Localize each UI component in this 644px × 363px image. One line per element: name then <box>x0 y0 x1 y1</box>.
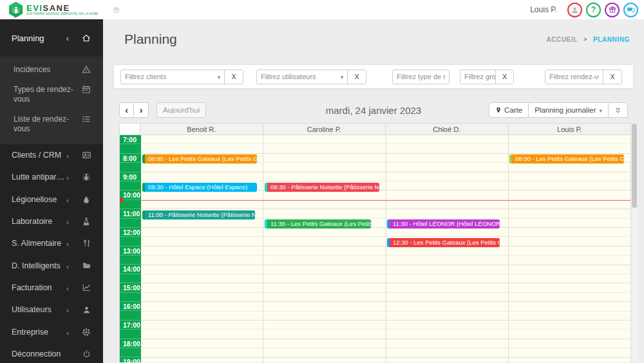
caret-down-icon <box>599 106 602 114</box>
map-button[interactable]: Carte <box>489 102 529 118</box>
time-label: 16:00 <box>120 302 141 311</box>
time-label: 15:00 <box>120 283 141 292</box>
filter-appointments-input[interactable] <box>545 73 603 80</box>
caret-down-icon <box>215 73 221 80</box>
chevron-left-icon <box>66 260 69 272</box>
sidebar-item-utilisateurs[interactable]: Utilisateurs <box>0 299 103 321</box>
calendar-icon <box>79 85 93 104</box>
calendar-event[interactable]: 11:00 - Pâtisserie Noisette (Pâtisserie … <box>142 210 255 219</box>
help-button[interactable]: ? <box>586 3 601 17</box>
time-gutter: 7:008:009:0010:0011:0012:0013:0014:0015:… <box>120 135 141 362</box>
sidebar-item-entreprise[interactable]: Entreprise <box>0 321 103 342</box>
filter-users-select[interactable]: Filtrez utilisateurs <box>257 70 347 84</box>
prev-day-button[interactable] <box>119 102 134 118</box>
filter-group-placeholder: Filtrez groupe <box>464 73 495 80</box>
time-label: 9:00 <box>120 172 141 182</box>
sidebar-item-s-alimentaire[interactable]: S. Alimentaire <box>0 232 103 254</box>
time-half-cell <box>120 182 141 191</box>
sidebar-item-label: Types de rendez-vous <box>14 85 79 104</box>
calendar-event[interactable]: 12:30 - Les Petits Gateaux (Les Petits G… <box>387 238 500 247</box>
time-half-cell <box>120 348 141 357</box>
filter-appointments-clear-button[interactable]: X <box>603 70 621 84</box>
filter-group-clear-button[interactable]: X <box>495 70 513 84</box>
sidebar-item-clients-crm[interactable]: Clients / CRM <box>0 144 103 166</box>
chevron-left-icon <box>66 216 69 227</box>
sidebar-submenu: Incidences Types de rendez-vous Liste de… <box>0 57 103 144</box>
sidebar-item-d-intelligents[interactable]: D. Intelligents <box>0 254 103 276</box>
sidebar-item-label: Laboratoire <box>12 217 66 226</box>
food-icon <box>79 239 93 248</box>
avatar-button[interactable] <box>567 3 582 17</box>
breadcrumb-separator-icon: > <box>583 36 587 42</box>
calendar-column[interactable] <box>141 135 263 362</box>
calendar-grid <box>141 135 630 362</box>
calendar-event[interactable]: 08:00 - Les Petits Gateaux (Les Petits G… <box>509 154 624 163</box>
sidebar-item-incidences[interactable]: Incidences <box>0 60 103 80</box>
day-planning-calendar: Benoit R. Caroline P. Chloé D. Louis P. … <box>119 123 638 362</box>
calendar-event[interactable]: 08:00 - Les Petits Gateaux (Les Petits G… <box>142 154 257 163</box>
sidebar-item-label: D. Intelligents <box>12 261 66 270</box>
sidebar-planning-label: Planning <box>12 33 66 43</box>
column-header-caroline: Caroline P. <box>263 124 386 135</box>
today-button[interactable]: Aujourd'hui <box>156 102 206 118</box>
sidebar-item-laboratoire[interactable]: Laboratoire <box>0 210 103 232</box>
gift-button[interactable] <box>605 3 620 17</box>
breadcrumb-home[interactable]: ACCUEIL <box>546 36 578 43</box>
sidebar-item-label: Incidences <box>14 65 79 75</box>
filter-group-select[interactable]: Filtrez groupe <box>460 70 495 84</box>
time-half-cell <box>120 144 141 153</box>
sidebar-item-label: Clients / CRM <box>12 151 66 160</box>
calendar-event[interactable]: 11:30 - Les Petits Gateaux (Les Petits G… <box>265 219 371 228</box>
list-icon <box>79 115 93 134</box>
column-header-louis: Louis P. <box>509 124 631 135</box>
calendar-column[interactable] <box>508 135 630 362</box>
breadcrumb-current: PLANNING <box>593 36 630 43</box>
filter-type-input[interactable] <box>393 70 449 84</box>
sidebar-item-legionellose[interactable]: Légionellose <box>0 189 103 210</box>
filter-clients: Filtrez clients X <box>120 70 243 84</box>
filter-clients-select[interactable]: Filtrez clients <box>121 70 224 84</box>
sidebar-item-facturation[interactable]: Facturation <box>0 277 103 299</box>
time-half-cell <box>120 237 141 246</box>
topbar-actions: Louis P. ? <box>530 3 638 17</box>
main-content: Planning ACCUEIL > PLANNING Filtrez clie… <box>103 19 644 363</box>
vertical-scrollbar[interactable] <box>631 123 638 362</box>
sidebar-item-liste-de-rendez-vous[interactable]: Liste de rendez-vous <box>0 109 103 139</box>
chevron-left-icon <box>66 326 69 338</box>
chevron-left-icon <box>66 282 69 293</box>
power-icon <box>79 349 93 358</box>
calendar-header-row: Benoit R. Caroline P. Chloé D. Louis P. <box>119 123 631 135</box>
app-logo[interactable]: EVISANE SOFTWARE SANIDAD AMBIENTAL EN LA… <box>8 2 98 18</box>
scrollbar-thumb[interactable] <box>632 124 637 208</box>
next-day-button[interactable] <box>134 102 149 118</box>
sidebar-item-planning[interactable]: Planning <box>0 19 103 57</box>
sidebar-item-types-de-rendez-vous[interactable]: Types de rendez-vous <box>0 80 103 109</box>
brand-sane: SANE <box>43 3 70 13</box>
time-label: 7:00 <box>120 135 141 144</box>
brand-text: EVISANE SOFTWARE SANIDAD AMBIENTAL EN LA… <box>26 4 98 16</box>
time-half-cell <box>120 311 141 320</box>
bug-logo-icon <box>8 2 23 18</box>
breadcrumb: ACCUEIL > PLANNING <box>546 36 630 43</box>
chat-button[interactable] <box>623 3 638 17</box>
filter-clients-clear-button[interactable]: X <box>224 70 243 84</box>
calendar-column[interactable] <box>386 135 508 362</box>
user-name[interactable]: Louis P. <box>530 5 557 14</box>
calendar-column[interactable] <box>263 135 385 362</box>
sidebar-item-lutte-antiparasitaire[interactable]: Lutte antipar… <box>0 166 103 188</box>
calendar-event[interactable]: 11:30 - Hôtel LÉONOR (Hôtel LÉONOR) <box>387 219 500 228</box>
sidebar-item-deconnection[interactable]: Déconnection <box>0 343 103 363</box>
calendar-event[interactable]: 09:30 - Hôtel Espace (Hôtel Espace) <box>142 183 257 192</box>
filter-users-clear-button[interactable]: X <box>347 70 366 84</box>
topbar-toggle-icon[interactable] <box>113 7 119 13</box>
calendar-event[interactable]: 09:30 - Pâtisserie Noisette (Pâtisserie … <box>265 183 379 192</box>
person-icon <box>571 6 579 14</box>
time-half-cell <box>120 256 141 265</box>
sidebar-item-label: Légionellose <box>12 195 66 204</box>
sidebar: Planning Incidences Types de rendez-vous… <box>0 19 103 363</box>
view-select-button[interactable]: Planning journalier <box>529 102 609 118</box>
home-icon[interactable] <box>79 33 93 42</box>
chevron-left-icon[interactable] <box>66 32 69 44</box>
collapse-toolbar-button[interactable] <box>609 102 628 118</box>
chat-icon <box>627 6 635 14</box>
